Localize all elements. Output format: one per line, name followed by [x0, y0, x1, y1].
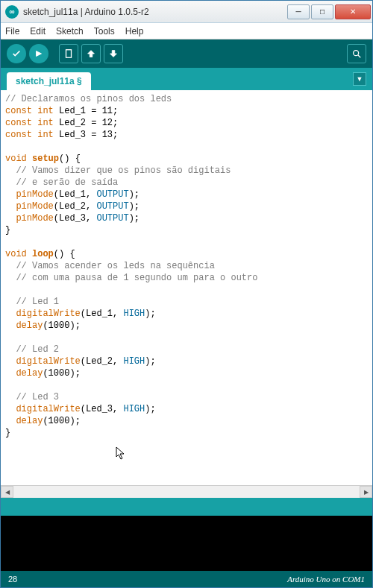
code-editor[interactable]: // Declaramos os pinos dos leds const in…: [1, 90, 372, 485]
menu-file[interactable]: File: [5, 26, 19, 37]
serial-monitor-button[interactable]: [347, 44, 366, 63]
verify-button[interactable]: [7, 44, 26, 63]
window-controls: ─ □ ✕: [286, 4, 371, 19]
horizontal-scrollbar[interactable]: ◀ ▶: [1, 485, 372, 498]
console[interactable]: [1, 516, 372, 571]
menu-edit[interactable]: Edit: [30, 26, 46, 37]
save-button[interactable]: [104, 44, 123, 63]
open-button[interactable]: [81, 44, 101, 63]
status-bar: 28 Arduino Uno on COM1: [1, 571, 372, 587]
svg-rect-0: [66, 50, 72, 58]
mouse-cursor-icon: [116, 446, 128, 461]
tab-menu-dropdown[interactable]: ▼: [353, 72, 366, 86]
minimize-button[interactable]: ─: [287, 4, 310, 19]
menu-help[interactable]: Help: [125, 26, 144, 37]
arduino-ide-window: ∞ sketch_jul11a | Arduino 1.0.5-r2 ─ □ ✕…: [0, 0, 373, 588]
close-button[interactable]: ✕: [335, 4, 371, 19]
titlebar[interactable]: ∞ sketch_jul11a | Arduino 1.0.5-r2 ─ □ ✕: [1, 1, 372, 23]
message-bar: [1, 498, 372, 516]
upload-button[interactable]: [29, 44, 48, 63]
board-port: Arduino Uno on COM1: [287, 575, 365, 584]
menu-tools[interactable]: Tools: [94, 26, 115, 37]
new-button[interactable]: [59, 44, 78, 63]
toolbar: [1, 39, 372, 68]
maximize-button[interactable]: □: [311, 4, 333, 19]
line-number: 28: [8, 575, 17, 584]
scroll-right-icon[interactable]: ▶: [360, 486, 372, 498]
editor-area: // Declaramos os pinos dos leds const in…: [1, 90, 372, 498]
scroll-left-icon[interactable]: ◀: [1, 486, 13, 498]
scroll-track[interactable]: [13, 486, 360, 498]
menubar: File Edit Sketch Tools Help: [1, 23, 372, 39]
arduino-logo-icon: ∞: [5, 5, 19, 19]
tabbar: sketch_jul11a § ▼: [1, 68, 372, 90]
svg-point-1: [354, 51, 359, 56]
menu-sketch[interactable]: Sketch: [56, 26, 84, 37]
window-title: sketch_jul11a | Arduino 1.0.5-r2: [23, 7, 286, 17]
tab-sketch[interactable]: sketch_jul11a §: [7, 72, 91, 90]
